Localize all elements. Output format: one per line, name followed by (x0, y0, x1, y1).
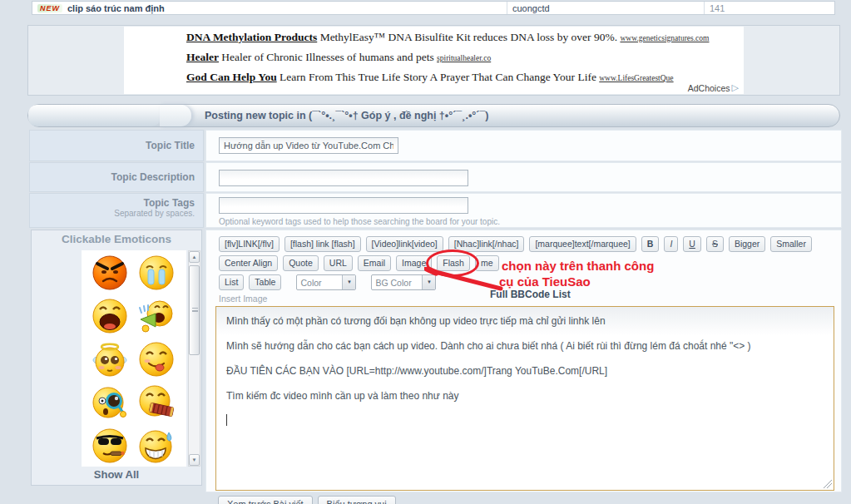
topic-tags-sublabel: Separated by spaces. (30, 209, 195, 218)
message-textarea[interactable]: Mình thấy có một phần có tương đối bạn k… (215, 306, 834, 491)
cool-sunglasses-face-icon (92, 427, 128, 464)
topic-title-cell (205, 130, 842, 161)
emoticons-scrollbar[interactable]: ▲ ▼ (188, 250, 200, 467)
show-all-emoticons-button[interactable]: Show All (32, 468, 201, 481)
bbcode-toolbar-row1: [flv]LINK[/flv] [flash] link [flash] [Vi… (219, 236, 812, 252)
textarea-resize-handle[interactable] (824, 480, 832, 488)
scroll-down-icon[interactable]: ▼ (189, 454, 200, 466)
emoticon-tongue-wink-face[interactable] (133, 338, 180, 381)
ad-box: DNA Methylation Products MethylEasy™ DNA… (27, 25, 840, 96)
italic-button[interactable]: I (664, 236, 678, 252)
topic-tags-cell: Optional keyword tags used to help those… (205, 193, 842, 228)
email-button[interactable]: Email (358, 255, 391, 271)
quote-button[interactable]: Quote (283, 255, 319, 271)
table-button[interactable]: Table (249, 274, 281, 290)
marquee-button[interactable]: [marquee]text[/marquee] (529, 236, 636, 252)
flv-link-button[interactable]: [flv]LINK[/flv] (219, 236, 280, 252)
clickable-emoticons-panel: Clickable Emoticons (31, 230, 202, 486)
emoticon-laughing-loud-face[interactable] (87, 294, 133, 338)
bbcode-toolbar-row3: List Table Color ▼ BG Color ▼ (219, 274, 436, 290)
topic-tags-input[interactable] (219, 197, 468, 214)
scrollbar-grip (192, 308, 198, 312)
ad-url-link[interactable]: www.geneticsignatures.com (620, 34, 709, 42)
video-link-button[interactable]: [Video]link[video] (366, 236, 443, 252)
topic-tags-label-text: Topic Tags (30, 197, 195, 209)
annotation-text: chọn này trên thanh công cụ của TieuSao (502, 258, 654, 289)
message-paragraph: Mình sẽ hướng dẫn cho các bạn cách up vi… (226, 339, 824, 353)
annotation-line-1: chọn này trên thanh công (502, 258, 654, 274)
emoticons-title: Clickable Emoticons (32, 233, 201, 245)
emoticon-angel-pleading-face[interactable] (87, 338, 133, 381)
list-button[interactable]: List (219, 274, 244, 290)
emoticon-grin-sweat-face[interactable] (133, 424, 180, 467)
emoticon-magnifier-eye-face[interactable] (87, 381, 133, 424)
magnifier-eye-face-icon (92, 384, 128, 421)
ad-link[interactable]: Healer (186, 51, 219, 63)
bold-button[interactable]: B (641, 236, 660, 252)
topic-title-input[interactable] (219, 137, 398, 154)
forum-posting-page: NEW clip sáo trúc nam định cuongctd 141 … (0, 0, 851, 504)
message-paragraph: Tìm kiếm đc video mình cần up và làm the… (226, 389, 824, 403)
message-paragraph: ĐẦU TIÊN CÁC BẠN VÀO [URL=http://www.you… (226, 364, 824, 378)
ad-text: Learn From This True Life Story A Prayer… (280, 71, 596, 83)
topic-description-input[interactable] (219, 170, 468, 186)
strikethrough-button[interactable]: S (706, 236, 724, 252)
ad-link[interactable]: DNA Methylation Products (186, 31, 317, 43)
adchoices-label: AdChoices (688, 83, 730, 93)
harmonica-face-icon (138, 384, 175, 421)
smaller-text-button[interactable]: Smaller (770, 236, 812, 252)
emoticon-harmonica-face[interactable] (133, 381, 180, 424)
url-button[interactable]: URL (324, 255, 353, 271)
emoticons-list (82, 250, 186, 467)
center-align-button[interactable]: Center Align (219, 255, 278, 271)
ad-text: Healer of Chronic Illnesses of humans an… (221, 51, 433, 63)
emoticon-cool-sunglasses-face[interactable] (87, 424, 133, 467)
posting-header-title: Posting new topic in (¯`°•.¸¯`°•† Góp ý … (205, 105, 489, 127)
topic-description-cell (205, 162, 842, 192)
scrollbar-thumb[interactable] (189, 265, 200, 355)
ad-item: God Can Help You Learn From This True Li… (186, 71, 744, 84)
flash-link-button[interactable]: [flash] link [flash] (284, 236, 361, 252)
angel-pleading-face-icon (92, 341, 128, 378)
text-caret (226, 414, 227, 426)
ad-item: Healer Healer of Chronic Illnesses of hu… (186, 51, 744, 64)
laughing-loud-face-icon (92, 298, 128, 334)
emoticon-crying-flood-face[interactable] (133, 251, 180, 294)
bigger-text-button[interactable]: Bigger (729, 236, 765, 252)
ad-link[interactable]: God Can Help You (186, 71, 277, 83)
topic-author[interactable]: cuongctd (507, 2, 704, 14)
topic-link[interactable]: clip sáo trúc nam định (67, 3, 165, 13)
megaphone-face-icon (138, 298, 175, 334)
smilies-button[interactable]: Biểu tượng vui (318, 496, 396, 504)
latest-topic-row: NEW clip sáo trúc nam định cuongctd 141 (32, 1, 835, 15)
color-select-value: Color (297, 275, 342, 289)
post-editor-cell: [flv]LINK[/flv] [flash] link [flash] [Vi… (205, 230, 842, 492)
crying-flood-face-icon (138, 254, 175, 291)
emoticon-angry-red-face[interactable] (87, 251, 133, 294)
bg-color-select-value: BG Color (372, 275, 422, 289)
underline-button[interactable]: U (683, 236, 701, 252)
adchoices-link[interactable]: AdChoices ▷ (688, 82, 739, 93)
ad-url-link[interactable]: www.LifesGreatestQue (599, 74, 673, 82)
adchoices-icon: ▷ (732, 82, 739, 93)
header-left-cap (28, 105, 161, 126)
annotation-line-2: cụ của TieuSao (499, 274, 654, 289)
preview-post-button[interactable]: Xem trước Bài viết (218, 496, 313, 504)
emoticon-megaphone-face[interactable] (133, 294, 180, 338)
ad-text: MethylEasy™ DNA Bisulfite Kit reduces DN… (320, 31, 617, 43)
posting-header-bar: Posting new topic in (¯`°•.¸¯`°•† Góp ý … (27, 104, 840, 127)
nhac-link-button[interactable]: [Nhac]link[/nhac] (448, 236, 525, 252)
tongue-wink-face-icon (138, 341, 175, 378)
message-paragraph: Mình thấy có một phần có tương đối bạn k… (226, 314, 824, 328)
color-select[interactable]: Color ▼ (296, 274, 356, 290)
scroll-up-icon[interactable]: ▲ (189, 251, 200, 263)
topic-cell: NEW clip sáo trúc nam định (32, 2, 507, 14)
ad-url-link[interactable]: spiritualhealer.co (437, 54, 491, 62)
topic-tags-hint: Optional keyword tags used to help those… (219, 217, 500, 226)
ad-frame: DNA Methylation Products MethylEasy™ DNA… (124, 27, 744, 94)
insert-image-link[interactable]: Insert Image (219, 294, 267, 304)
topic-title-label: Topic Title (29, 130, 204, 161)
topic-description-label: Topic Description (29, 162, 204, 192)
topic-tags-label: Topic Tags Separated by spaces. (29, 193, 204, 228)
angry-red-face-icon (92, 254, 128, 291)
